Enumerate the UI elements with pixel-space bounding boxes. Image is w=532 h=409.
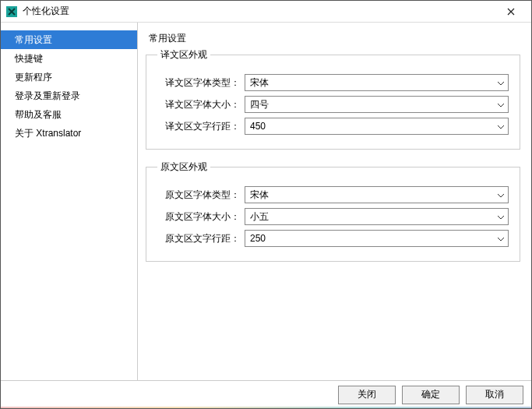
select-value: 四号: [250, 98, 269, 111]
sidebar-item-label: 快捷键: [15, 52, 43, 65]
select-source-font-type[interactable]: 宋体: [245, 186, 509, 203]
select-source-font-size[interactable]: 小五: [245, 208, 509, 225]
sidebar-item-login[interactable]: 登录及重新登录: [1, 86, 137, 105]
sidebar-item-updater[interactable]: 更新程序: [1, 68, 137, 86]
select-value: 250: [250, 233, 266, 244]
ok-button[interactable]: 确定: [402, 386, 460, 404]
decorative-bottom-edge: [1, 407, 531, 408]
select-source-line-spacing[interactable]: 250: [245, 230, 509, 247]
chevron-down-icon: [497, 77, 505, 88]
app-icon: [5, 5, 18, 18]
cancel-button[interactable]: 取消: [466, 386, 523, 404]
button-label: 确定: [421, 388, 440, 401]
chevron-down-icon: [497, 121, 505, 132]
sidebar-item-common-settings[interactable]: 常用设置: [1, 30, 137, 49]
group-translation-appearance: 译文区外观 译文区字体类型： 宋体 译文区字体大小： 四号: [146, 48, 520, 150]
sidebar-item-help[interactable]: 帮助及客服: [1, 105, 137, 124]
group-legend: 译文区外观: [157, 48, 210, 62]
window-close-button[interactable]: [495, 1, 527, 23]
sidebar-item-shortcuts[interactable]: 快捷键: [1, 49, 137, 68]
label-source-font-type: 原文区字体类型：: [157, 189, 245, 202]
button-label: 关闭: [358, 388, 376, 401]
sidebar-item-label: 登录及重新登录: [15, 90, 80, 103]
sidebar-item-about[interactable]: 关于 Xtranslator: [1, 124, 137, 143]
select-value: 宋体: [250, 189, 269, 202]
footer: 关闭 确定 取消: [1, 380, 531, 408]
group-source-appearance: 原文区外观 原文区字体类型： 宋体 原文区字体大小： 小五: [146, 160, 520, 262]
titlebar: 个性化设置: [1, 1, 531, 23]
sidebar-item-label: 帮助及客服: [15, 108, 62, 122]
section-title: 常用设置: [149, 32, 520, 45]
chevron-down-icon: [497, 189, 505, 200]
chevron-down-icon: [497, 233, 505, 244]
select-value: 宋体: [250, 76, 269, 90]
sidebar: 常用设置 快捷键 更新程序 登录及重新登录 帮助及客服 关于 Xtranslat…: [1, 23, 138, 380]
group-legend: 原文区外观: [157, 160, 210, 174]
button-label: 取消: [485, 388, 504, 401]
main-panel: 常用设置 译文区外观 译文区字体类型： 宋体 译文区字体大小： 四号: [138, 23, 531, 380]
chevron-down-icon: [497, 211, 505, 222]
sidebar-item-label: 关于 Xtranslator: [15, 127, 81, 140]
label-source-font-size: 原文区字体大小：: [157, 210, 245, 224]
label-translation-font-type: 译文区字体类型：: [157, 76, 245, 90]
select-value: 小五: [250, 210, 269, 224]
sidebar-item-label: 常用设置: [15, 33, 52, 47]
chevron-down-icon: [497, 99, 505, 110]
close-icon: [507, 8, 515, 16]
label-source-line-spacing: 原文区文字行距：: [157, 232, 245, 245]
window-title: 个性化设置: [23, 5, 69, 18]
close-button[interactable]: 关闭: [338, 386, 396, 404]
select-translation-line-spacing[interactable]: 450: [245, 118, 509, 135]
select-translation-font-size[interactable]: 四号: [245, 96, 509, 113]
select-translation-font-type[interactable]: 宋体: [245, 74, 509, 91]
select-value: 450: [250, 121, 266, 132]
label-translation-line-spacing: 译文区文字行距：: [157, 120, 245, 133]
label-translation-font-size: 译文区字体大小：: [157, 98, 245, 111]
sidebar-item-label: 更新程序: [15, 71, 52, 84]
